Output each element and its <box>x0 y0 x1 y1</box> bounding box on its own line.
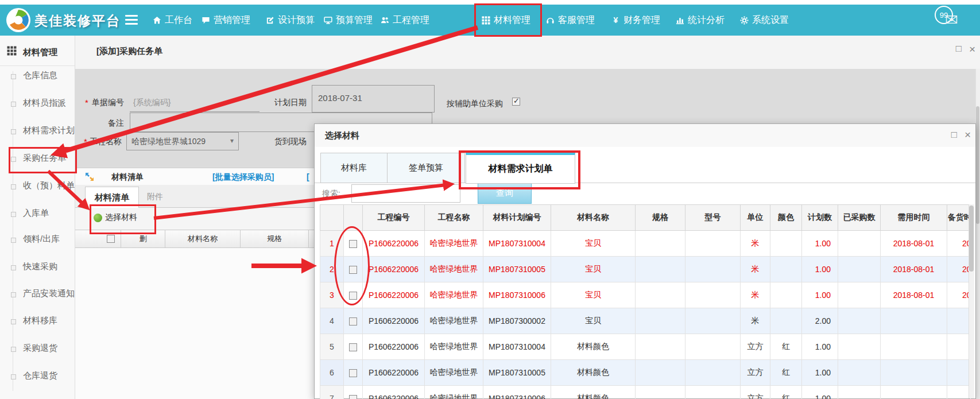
row-checkbox[interactable] <box>349 343 357 351</box>
leaf-icon <box>94 214 102 222</box>
table-row: 1P1606220006哈密绿地世界MP1807310004宝贝米1.00201… <box>320 231 971 257</box>
table-row: 4P1606220006哈密绿地世界MP1807300002宝贝米2.00 <box>320 308 971 334</box>
col-material-name: 材料名称 <box>165 230 241 247</box>
sidebar-item-7[interactable]: 领料/出库 <box>0 234 75 245</box>
dialog-tab-2[interactable]: 签单预算 <box>387 153 465 183</box>
dialog-tab-1[interactable]: 材料库 <box>320 153 388 183</box>
row-checkbox-cell <box>344 308 363 334</box>
col-header: 工程名称 <box>425 205 483 231</box>
tab-attachment[interactable]: 附件 <box>147 192 163 202</box>
required-mark: * <box>84 137 87 146</box>
col-header: 材料名称 <box>551 205 636 231</box>
app-window: 美佳装修平台 工作台营销管理设计预算预算管理工程管理材料管理客服管理¥财务管理统… <box>0 0 980 399</box>
top-navbar: 美佳装修平台 工作台营销管理设计预算预算管理工程管理材料管理客服管理¥财务管理统… <box>0 5 980 36</box>
row-checkbox[interactable] <box>349 395 357 399</box>
scrollbar-thumb[interactable] <box>969 206 974 272</box>
yen-icon: ¥ <box>611 16 620 25</box>
sidebar-item-8[interactable]: 快速采购 <box>0 261 75 273</box>
nav-item-7[interactable]: 客服管理 <box>545 5 595 36</box>
row-checkbox-cell <box>344 257 363 282</box>
scrollbar-thumb[interactable] <box>976 106 979 224</box>
cell: P1606220006 <box>363 231 425 257</box>
cell <box>838 308 881 334</box>
tab-material-list[interactable]: 材料清单 <box>85 187 139 208</box>
cell: 宝贝 <box>551 257 636 282</box>
sidebar-item-9[interactable]: 产品安装通知 <box>0 288 75 300</box>
maximize-icon[interactable]: □ <box>956 44 962 53</box>
cell: 材料颜色 <box>551 386 636 399</box>
plan-date-input[interactable]: 2018-07-31 <box>312 85 435 113</box>
nav-item-3[interactable]: 设计预算 <box>265 5 315 36</box>
row-checkbox[interactable] <box>349 317 357 326</box>
cell <box>685 360 741 386</box>
mail-icon[interactable]: ✉ <box>945 13 958 28</box>
nav-item-label: 工程管理 <box>393 14 429 26</box>
nav-item-1[interactable]: 工作台 <box>152 5 192 36</box>
nav-item-label: 营销管理 <box>214 14 250 26</box>
cell: P1606220006 <box>363 334 425 360</box>
monitor-icon <box>323 16 332 25</box>
batch-select-buyer-link[interactable]: [批量选择采购员] <box>212 172 274 183</box>
nav-item-9[interactable]: 统计分析 <box>675 5 725 36</box>
row-checkbox[interactable] <box>349 292 357 300</box>
query-button[interactable]: 查询 <box>478 182 532 204</box>
row-checkbox[interactable] <box>349 369 357 377</box>
col-spec: 规格 <box>241 230 309 247</box>
project-name-value: 哈密绿地世界城1029 <box>131 137 206 147</box>
nav-item-4[interactable]: 预算管理 <box>323 5 373 36</box>
sidebar-item-10[interactable]: 材料移库 <box>0 315 75 327</box>
cell: 宝贝 <box>551 282 636 308</box>
sidebar-item-1[interactable]: 仓库信息 <box>0 70 75 82</box>
nav-item-label: 材料管理 <box>494 14 530 26</box>
dialog-close-icon[interactable]: × <box>964 129 971 140</box>
cell: 哈密绿地世界 <box>425 308 483 334</box>
nav-item-2[interactable]: 营销管理 <box>201 5 250 36</box>
row-number: 4 <box>320 308 344 334</box>
table-row: 6P1606220006哈密绿地世界MP1807310005材料颜色立方红1.0… <box>320 360 971 386</box>
close-icon[interactable]: × <box>969 44 975 55</box>
cell <box>636 334 685 360</box>
nav-item-10[interactable]: 系统设置 <box>739 5 789 36</box>
remark-label: 备注 <box>108 118 124 129</box>
dialog-header: 选择材料 □ × <box>315 124 975 147</box>
expand-icon[interactable] <box>85 172 94 181</box>
dialog-maximize-icon[interactable]: □ <box>951 130 957 140</box>
dialog-title: 选择材料 <box>325 130 359 141</box>
hamburger-menu-icon[interactable] <box>125 15 138 17</box>
row-checkbox-cell <box>344 334 363 360</box>
search-input[interactable] <box>351 184 460 203</box>
partial-link[interactable]: [ <box>307 172 309 181</box>
col-header: 需用时间 <box>881 205 947 231</box>
nav-item-5[interactable]: 工程管理 <box>380 5 429 36</box>
table-row: 3P1606220006哈密绿地世界MP1807310006宝贝米1.00201… <box>320 282 971 308</box>
sidebar-item-3[interactable]: 材料需求计划 <box>0 125 75 137</box>
row-checkbox[interactable] <box>349 240 357 248</box>
panel-scrollbar[interactable] <box>975 69 980 399</box>
cell: 1.00 <box>802 257 838 282</box>
nav-item-8[interactable]: ¥财务管理 <box>611 5 660 36</box>
chevron-down-icon: ▾ <box>230 137 234 145</box>
sidebar-divider <box>0 65 75 66</box>
sidebar-item-12[interactable]: 仓库退货 <box>0 370 75 382</box>
row-number: 1 <box>320 231 344 257</box>
sidebar-item-5[interactable]: 收（预）料单 <box>0 180 75 192</box>
material-list-title: 材料清单 <box>111 172 144 183</box>
row-checkbox[interactable] <box>349 266 357 274</box>
dialog-tab-3[interactable]: 材料需求计划单 <box>466 153 575 184</box>
sidebar-item-6[interactable]: 入库单 <box>0 208 75 219</box>
cell: 2018-08-01 <box>881 282 947 308</box>
select-material-button[interactable]: 选择材料 <box>94 212 137 223</box>
cell <box>838 386 881 399</box>
nav-item-6[interactable]: 材料管理 <box>481 5 530 36</box>
sidebar-item-4[interactable]: 采购任务单 <box>0 153 75 164</box>
project-name-select[interactable]: 哈密绿地世界城1029 ▾ <box>126 132 239 150</box>
sidebar-item-2[interactable]: 材料员指派 <box>0 98 75 109</box>
sidebar-item-11[interactable]: 采购退货 <box>0 343 75 354</box>
arrival-label: 货到现场 <box>274 137 307 147</box>
cell: MP1807310006 <box>483 282 551 308</box>
cell <box>685 308 741 334</box>
dialog-scrollbar[interactable] <box>969 204 974 398</box>
order-no-input[interactable] <box>130 95 259 112</box>
select-all-checkbox[interactable] <box>107 235 115 243</box>
aux-unit-checkbox[interactable] <box>512 98 520 106</box>
